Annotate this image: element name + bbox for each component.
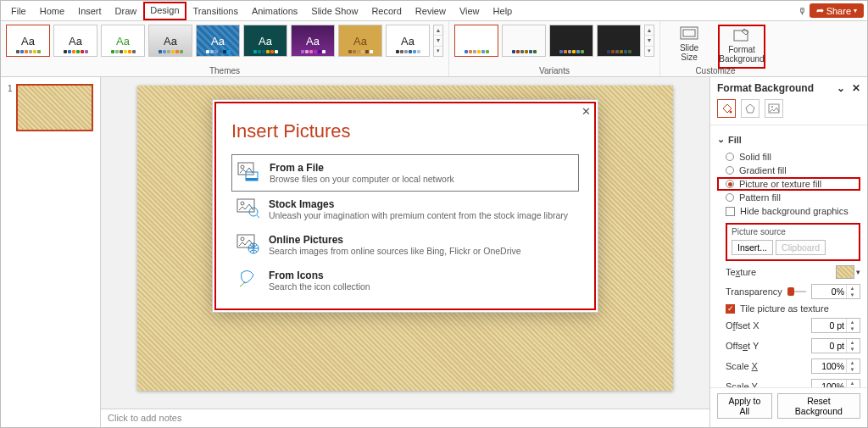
share-button[interactable]: ➦Share▾ (810, 3, 864, 18)
svg-point-15 (771, 106, 773, 108)
option-from-icons[interactable]: From IconsSearch the icon collection (231, 263, 579, 298)
variant-4[interactable] (597, 25, 641, 57)
themes-scroll[interactable]: ▲▼▾ (433, 25, 443, 57)
tab-home[interactable]: Home (33, 3, 71, 19)
close-icon[interactable]: ✕ (581, 105, 591, 118)
format-background-pane: Format Background ⌄ ✕ ⌄Fill Solid fill G… (709, 77, 867, 428)
ribbon: Aa Aa Aa Aa Aa Aa Aa Aa Aa ▲▼▾ Themes ▲▼… (1, 21, 867, 77)
picture-icon (768, 103, 780, 114)
tab-transitions[interactable]: Transitions (186, 3, 245, 19)
texture-swatch[interactable] (836, 265, 854, 279)
reset-background-button[interactable]: Reset Background (777, 393, 860, 419)
mic-icon[interactable]: 🎙 (796, 4, 810, 18)
fb-fill-section[interactable]: ⌄Fill (717, 134, 860, 145)
variants-scroll[interactable]: ▲▼▾ (644, 25, 654, 57)
option-online-pictures[interactable]: Online PicturesSearch images from online… (231, 227, 579, 263)
slide-size-icon (680, 26, 698, 42)
svg-rect-6 (246, 178, 258, 181)
insert-pictures-dialog: ✕ Insert Pictures From a FileBrowse file… (212, 99, 598, 313)
theme-7[interactable]: Aa (291, 25, 335, 57)
paint-bucket-icon (721, 103, 732, 114)
tab-help[interactable]: Help (487, 3, 520, 19)
format-bg-icon (732, 26, 751, 43)
tab-slideshow[interactable]: Slide Show (304, 3, 364, 19)
chevron-down-icon[interactable]: ▾ (856, 268, 860, 276)
theme-5[interactable]: Aa (196, 25, 240, 57)
svg-rect-7 (237, 199, 254, 212)
offset-x-input[interactable]: ▲▼ (811, 318, 860, 333)
check-tile-as-texture[interactable]: ✓Tile picture as texture (717, 302, 860, 315)
option-from-file[interactable]: From a FileBrowse files on your computer… (231, 154, 579, 192)
clipboard-button: Clipboard (776, 240, 826, 255)
theme-9[interactable]: Aa (386, 25, 430, 57)
tab-animations[interactable]: Animations (245, 3, 304, 19)
row-transparency: Transparency ▲▼ (717, 281, 860, 302)
themes-gallery: Aa Aa Aa Aa Aa Aa Aa Aa Aa ▲▼▾ Themes (1, 21, 449, 76)
insert-button[interactable]: Insert... (732, 240, 773, 255)
theme-4[interactable]: Aa (148, 25, 192, 57)
notes-placeholder[interactable]: Click to add notes (101, 409, 709, 428)
thumb-number: 1 (8, 84, 13, 131)
theme-3[interactable]: Aa (101, 25, 145, 57)
radio-solid-fill[interactable]: Solid fill (717, 150, 860, 164)
tab-file[interactable]: File (4, 3, 33, 19)
tab-record[interactable]: Record (364, 3, 408, 19)
transparency-input[interactable]: ▲▼ (811, 284, 860, 299)
apply-to-all-button[interactable]: Apply to All (717, 393, 772, 419)
tab-insert[interactable]: Insert (71, 3, 108, 19)
pentagon-icon (744, 103, 756, 114)
radio-gradient-fill[interactable]: Gradient fill (717, 164, 860, 177)
customize-group: Slide Size Format Background Customize (660, 21, 771, 76)
svg-point-13 (730, 111, 732, 114)
tab-draw[interactable]: Draw (108, 3, 144, 19)
check-hide-bg-graphics[interactable]: Hide background graphics (717, 204, 860, 218)
theme-6[interactable]: Aa (243, 25, 287, 57)
svg-rect-2 (734, 31, 748, 41)
themes-label: Themes (1, 66, 448, 75)
dialog-title: Insert Pictures (231, 120, 579, 142)
offset-y-input[interactable]: ▲▼ (811, 338, 860, 353)
option-stock-images[interactable]: Stock ImagesUnleash your imagination wit… (231, 192, 579, 227)
svg-rect-1 (683, 30, 695, 36)
svg-point-11 (241, 237, 244, 241)
radio-picture-texture-fill[interactable]: Picture or texture fill (717, 177, 860, 191)
tab-review[interactable]: Review (409, 3, 453, 19)
theme-1[interactable]: Aa (6, 25, 50, 57)
variant-1[interactable] (454, 25, 498, 57)
theme-8[interactable]: Aa (338, 25, 382, 57)
scale-y-input[interactable]: ▲▼ (811, 379, 860, 387)
fb-title: Format Background (717, 82, 814, 94)
picture-source-label: Picture source (732, 227, 854, 236)
slide-thumbnails: 1 (1, 77, 101, 428)
tab-view[interactable]: View (453, 3, 487, 19)
fb-tab-fill[interactable] (717, 99, 736, 118)
slide-thumb-1[interactable] (16, 84, 93, 131)
chevron-down-icon[interactable]: ⌄ (837, 82, 845, 94)
row-texture: Texture ▾ (717, 263, 860, 281)
work-area: 1 ✕ Insert Pictures From a FileBrowse fi… (1, 77, 867, 428)
close-pane-icon[interactable]: ✕ (852, 82, 860, 94)
picture-source-group: Picture source Insert... Clipboard (726, 223, 860, 261)
slide-canvas[interactable]: ✕ Insert Pictures From a FileBrowse file… (137, 86, 673, 391)
online-pictures-icon (236, 234, 260, 254)
stock-images-icon (236, 198, 260, 219)
from-icons-icon (236, 270, 260, 290)
radio-pattern-fill[interactable]: Pattern fill (717, 191, 860, 204)
from-file-icon (237, 162, 261, 182)
slide-size-button[interactable]: Slide Size (665, 25, 713, 69)
theme-2[interactable]: Aa (53, 25, 97, 57)
format-background-button[interactable]: Format Background (718, 25, 765, 69)
fb-tab-picture[interactable] (765, 99, 783, 118)
variants-label: Variants (449, 66, 659, 75)
tab-design[interactable]: Design (143, 2, 186, 20)
customize-label: Customize (660, 66, 771, 75)
fb-tab-effects[interactable] (741, 99, 760, 118)
scale-x-input[interactable]: ▲▼ (811, 359, 860, 374)
variant-3[interactable] (549, 25, 593, 57)
svg-point-8 (241, 202, 244, 205)
ribbon-tabs: File Home Insert Draw Design Transitions… (1, 1, 867, 21)
chevron-down-icon: ⌄ (717, 134, 725, 145)
variants-gallery: ▲▼▾ Variants (449, 21, 660, 76)
variant-2[interactable] (502, 25, 546, 57)
transparency-slider[interactable] (787, 286, 806, 297)
